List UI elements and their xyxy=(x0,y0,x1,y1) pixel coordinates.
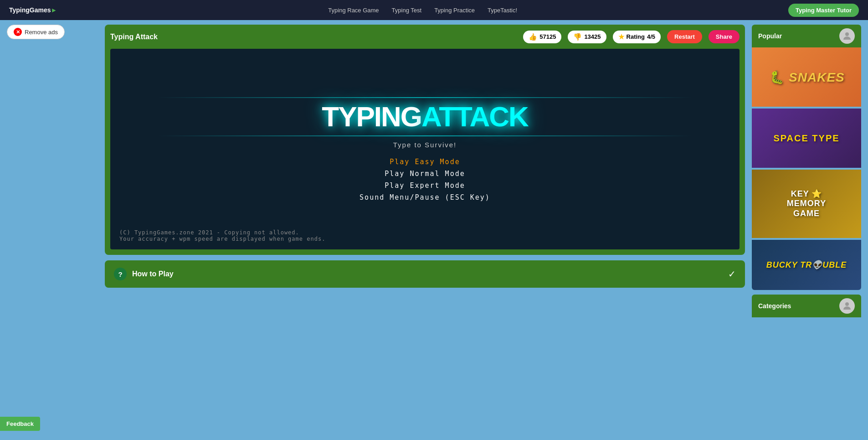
how-to-play-title: How to Play xyxy=(132,270,174,278)
categories-label: Categories xyxy=(758,302,791,310)
game-menu: Play Easy Mode Play Normal Mode Play Exp… xyxy=(360,158,490,202)
nav-link-typing-practice[interactable]: Typing Practice xyxy=(434,7,475,14)
logo-top-line xyxy=(158,97,693,98)
menu-item-sound[interactable]: Sound Menu/Pause (ESC Key) xyxy=(360,193,490,202)
game-title: Typing Attack xyxy=(110,33,517,41)
game-card: Typing Attack 👍 57125 👎 13425 ★ Rating 4… xyxy=(105,25,745,255)
svg-point-1 xyxy=(845,302,849,306)
space-type-label: SPACE TYPE xyxy=(773,133,839,144)
bucky-trouble-label: BUCKY TR👽UBLE xyxy=(766,260,847,270)
bucky-trouble-game-thumb[interactable]: BUCKY TR👽UBLE xyxy=(752,240,861,290)
popular-label: Popular xyxy=(758,32,782,40)
dislikes-count: 13425 xyxy=(584,33,601,40)
game-subtitle: Type to Survive! xyxy=(393,141,457,149)
how-to-play-left: ? How to Play xyxy=(114,268,174,280)
how-to-play-header[interactable]: ? How to Play ✓ xyxy=(105,260,745,288)
rating-badge: ★ Rating 4/5 xyxy=(613,31,661,43)
game-frame-inner: TYPINGATTACK Type to Survive! Play Easy … xyxy=(110,97,740,202)
chevron-down-icon: ✓ xyxy=(728,269,736,280)
share-button[interactable]: Share xyxy=(709,30,740,43)
popular-title: Popular xyxy=(752,25,861,47)
navigation: TypingGames► Typing Race Game Typing Tes… xyxy=(0,0,868,20)
main-content: Typing Attack 👍 57125 👎 13425 ★ Rating 4… xyxy=(105,25,745,435)
likes-badge: 👍 57125 xyxy=(523,31,561,43)
nav-link-typetastic[interactable]: TypeTastic! xyxy=(488,7,517,14)
game-logo: TYPINGATTACK xyxy=(313,103,537,131)
snakes-label: 🐛 SNAKES xyxy=(768,70,844,85)
popular-section: Popular 🐛 SNAKES SPACE TYPE KEY ⭐MEMORYG… xyxy=(752,25,861,290)
thumbs-down-icon: 👎 xyxy=(573,33,582,41)
dislikes-badge: 👎 13425 xyxy=(568,31,606,43)
page-body: ✕ Remove ads Typing Attack 👍 57125 👎 134… xyxy=(0,20,868,440)
snakes-game-thumb[interactable]: 🐛 SNAKES xyxy=(752,47,861,107)
likes-count: 57125 xyxy=(539,33,556,40)
help-icon: ? xyxy=(114,268,127,280)
key-memory-game-thumb[interactable]: KEY ⭐MEMORYGAME xyxy=(752,170,861,238)
accuracy-note: Your accuracy + wpm speed are displayed … xyxy=(119,236,325,242)
avatar xyxy=(839,28,855,44)
how-to-play-card: ? How to Play ✓ xyxy=(105,260,745,288)
star-icon: ★ xyxy=(618,33,624,41)
thumbs-up-icon: 👍 xyxy=(529,33,537,41)
right-sidebar: Popular 🐛 SNAKES SPACE TYPE KEY ⭐MEMORYG… xyxy=(752,25,861,435)
categories-section: Categories xyxy=(752,295,861,317)
categories-avatar xyxy=(839,298,855,314)
feedback-button[interactable]: Feedback xyxy=(0,417,40,431)
copyright-text: (C) TypingGames.zone 2021 - Copying not … xyxy=(119,229,325,236)
remove-ads-button[interactable]: ✕ Remove ads xyxy=(7,25,65,39)
restart-button[interactable]: Restart xyxy=(667,30,702,43)
close-icon: ✕ xyxy=(14,28,22,36)
site-logo[interactable]: TypingGames► xyxy=(9,6,57,14)
nav-link-typing-race[interactable]: Typing Race Game xyxy=(328,7,379,14)
game-header: Typing Attack 👍 57125 👎 13425 ★ Rating 4… xyxy=(110,30,740,43)
game-frame[interactable]: TYPINGATTACK Type to Survive! Play Easy … xyxy=(110,49,740,249)
typing-master-tutor-button[interactable]: Typing Master Tutor xyxy=(788,4,859,17)
game-footer: (C) TypingGames.zone 2021 - Copying not … xyxy=(119,229,325,242)
remove-ads-label: Remove ads xyxy=(25,29,58,36)
menu-item-normal[interactable]: Play Normal Mode xyxy=(385,170,465,178)
left-sidebar: ✕ Remove ads xyxy=(7,25,98,435)
nav-links: Typing Race Game Typing Test Typing Prac… xyxy=(71,7,775,14)
nav-link-typing-test[interactable]: Typing Test xyxy=(392,7,422,14)
game-logo-line2: ATTACK xyxy=(421,101,528,132)
svg-point-0 xyxy=(845,32,849,36)
space-type-game-thumb[interactable]: SPACE TYPE xyxy=(752,109,861,168)
menu-item-expert[interactable]: Play Expert Mode xyxy=(385,181,465,190)
menu-item-easy[interactable]: Play Easy Mode xyxy=(390,158,460,166)
logo-text: TypingGames► xyxy=(9,6,57,14)
categories-title: Categories xyxy=(752,295,861,317)
logo-bottom-line xyxy=(158,135,693,136)
game-logo-line1: TYPING xyxy=(322,101,421,132)
rating-label: Rating xyxy=(627,33,645,40)
rating-value: 4/5 xyxy=(647,33,655,40)
key-memory-label: KEY ⭐MEMORYGAME xyxy=(787,189,826,219)
